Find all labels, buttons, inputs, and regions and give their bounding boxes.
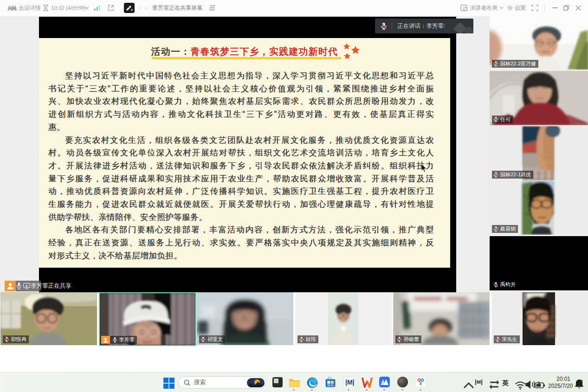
svg-text:z: z [581, 379, 583, 383]
